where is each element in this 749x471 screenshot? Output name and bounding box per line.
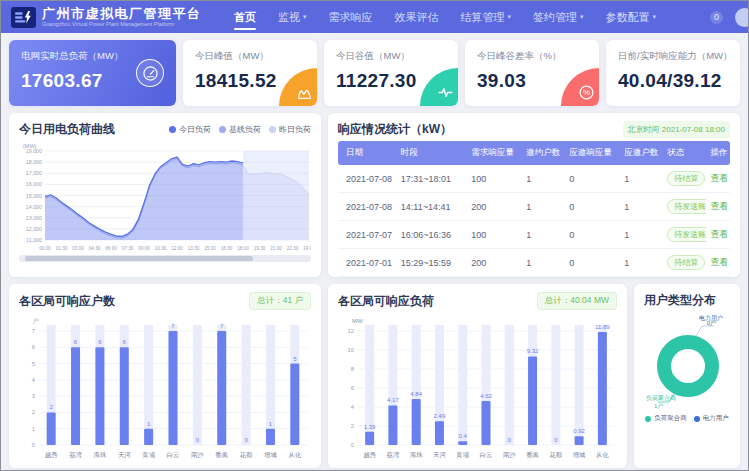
response-table-panel: 响应情况统计（kW） 北京时间 2021-07-08 18:00 日期时段需求响… — [328, 113, 740, 277]
legend-dot — [169, 126, 176, 133]
svg-text:14,000: 14,000 — [26, 204, 42, 210]
cell-status: 待发送账单 — [663, 221, 706, 249]
nav-item-参数配置[interactable]: 参数配置▾ — [595, 1, 668, 33]
svg-text:06:00: 06:00 — [105, 246, 117, 251]
svg-text:4.62: 4.62 — [480, 393, 492, 399]
svg-text:3: 3 — [32, 393, 35, 399]
svg-text:19:30: 19:30 — [254, 246, 266, 251]
svg-text:04:30: 04:30 — [89, 246, 101, 251]
column-header: 邀约户数 — [522, 141, 565, 165]
column-header: 需求响应量 — [467, 141, 522, 165]
scrollbar-thumb[interactable] — [25, 256, 253, 261]
svg-text:5: 5 — [32, 361, 35, 367]
cell-invited: 1 — [522, 193, 565, 221]
district-users-title: 各区局可响应户数 — [19, 293, 115, 310]
user-type-panel: 用户类型分布 电力用户0户负荷聚合商1户 负荷聚合商电力用户 — [634, 284, 740, 468]
legend-label: 负荷聚合商 — [654, 414, 687, 423]
svg-text:番禺: 番禺 — [526, 451, 539, 459]
app-title: 广州市虚拟电厂管理平台 — [42, 7, 202, 22]
nav-item-监视[interactable]: 监视▾ — [267, 1, 318, 33]
svg-text:0.92: 0.92 — [573, 428, 585, 434]
legend-item-电力用户[interactable]: 电力用户 — [694, 414, 729, 423]
response-table: 日期时段需求响应量邀约户数应邀响应量应邀户数状态操作2021-07-0817:3… — [338, 141, 730, 277]
view-link[interactable]: 查看 — [710, 257, 728, 267]
table-row: 2021-07-0814:11~14:41200101待发送账单查看 — [338, 193, 730, 221]
svg-text:1户: 1户 — [654, 402, 663, 409]
bottom-row: 各区局可响应户数 总计：41 户 户012345672越秀6荔湾6海珠6天河1黄… — [9, 284, 740, 468]
cell-invited: 1 — [522, 221, 565, 249]
kpi-label: 今日峰谷差率（%） — [477, 50, 587, 63]
cell-resp_amount: 0 — [565, 249, 620, 277]
avatar[interactable] — [735, 8, 748, 27]
load-curve-title: 今日用电负荷曲线 — [19, 121, 115, 138]
svg-text:00:00: 00:00 — [39, 246, 51, 251]
svg-text:6: 6 — [32, 344, 35, 350]
kpi-card-4: 日前/实时响应能力（MW）40.04/39.12 — [606, 40, 740, 106]
cell-date: 2021-07-01 — [338, 249, 397, 277]
column-header: 应邀户数 — [620, 141, 663, 165]
svg-text:天河: 天河 — [433, 451, 446, 459]
chart-scrollbar[interactable] — [19, 255, 311, 262]
svg-text:11.89: 11.89 — [595, 324, 610, 330]
nav-item-label: 需求响应 — [329, 10, 373, 25]
legend-label: 昨日负荷 — [279, 124, 311, 135]
cell-resp_users: 1 — [620, 193, 663, 221]
nav-item-label: 效果评估 — [395, 10, 439, 25]
view-link[interactable]: 查看 — [710, 229, 728, 239]
legend-label: 基线负荷 — [229, 124, 261, 135]
svg-text:户: 户 — [33, 317, 39, 324]
cell-date: 2021-07-07 — [338, 221, 397, 249]
beijing-time-badge: 北京时间 2021-07-08 18:00 — [623, 121, 730, 138]
legend-dot — [219, 126, 226, 133]
svg-text:10: 10 — [348, 347, 354, 353]
svg-text:从化: 从化 — [288, 451, 301, 459]
legend-item-昨日负荷[interactable]: 昨日负荷 — [269, 124, 311, 135]
cell-invited: 1 — [522, 165, 565, 193]
cell-resp_users: 1 — [620, 249, 663, 277]
svg-text:花都: 花都 — [239, 451, 253, 459]
cell-resp_users: 1 — [620, 221, 663, 249]
svg-text:9.32: 9.32 — [527, 348, 539, 354]
legend-label: 电力用户 — [703, 414, 729, 423]
nav-item-结算管理[interactable]: 结算管理▾ — [450, 1, 523, 33]
district-load-title: 各区局可响应负荷 — [338, 293, 434, 310]
svg-text:21:00: 21:00 — [270, 246, 282, 251]
legend-item-今日负荷[interactable]: 今日负荷 — [169, 124, 211, 135]
nav-item-效果评估[interactable]: 效果评估 — [384, 1, 450, 33]
cell-action: 查看 — [706, 193, 730, 221]
svg-text:0户: 0户 — [707, 319, 716, 326]
nav-item-签约管理[interactable]: 签约管理▾ — [522, 1, 595, 33]
chevron-down-icon: ▾ — [508, 13, 512, 21]
svg-text:11,000: 11,000 — [26, 237, 42, 243]
svg-text:从化: 从化 — [596, 451, 609, 459]
user-type-chart: 电力用户0户负荷聚合商1户 — [644, 312, 730, 412]
load-curve-chart: (MW)11,00012,00013,00014,00015,00016,000… — [19, 141, 311, 253]
view-link[interactable]: 查看 — [710, 201, 728, 211]
user-type-title: 用户类型分布 — [644, 292, 716, 309]
brand: 广州市虚拟电厂管理平台 Guangzhou Virtual Power Plan… — [11, 7, 223, 28]
cell-status: 待发送账单 — [663, 193, 706, 221]
cell-demand: 200 — [467, 193, 522, 221]
nav-item-label: 首页 — [234, 10, 256, 25]
svg-text:海珠: 海珠 — [94, 451, 107, 459]
kpi-row: 电网实时总负荷（MW）17603.67今日峰值（MW）18415.52今日谷值（… — [9, 40, 740, 106]
notification-badge[interactable]: 0 — [710, 11, 723, 24]
kpi-card-1: 今日峰值（MW）18415.52 — [183, 40, 317, 106]
kpi-value: 40.04/39.12 — [618, 70, 728, 92]
nav-item-需求响应[interactable]: 需求响应 — [318, 1, 384, 33]
legend-item-基线负荷[interactable]: 基线负荷 — [219, 124, 261, 135]
brand-text: 广州市虚拟电厂管理平台 Guangzhou Virtual Power Plan… — [42, 7, 202, 28]
view-link[interactable]: 查看 — [710, 173, 728, 183]
district-users-chart: 户012345672越秀6荔湾6海珠6天河1黄埔7白云0南沙7番禺0花都1增城5… — [19, 313, 311, 461]
svg-text:番禺: 番禺 — [215, 451, 228, 459]
chevron-down-icon: ▾ — [303, 13, 307, 21]
chevron-down-icon: ▾ — [653, 13, 657, 21]
svg-text:4: 4 — [32, 377, 36, 383]
legend-item-负荷聚合商[interactable]: 负荷聚合商 — [645, 414, 687, 423]
svg-text:16,000: 16,000 — [26, 181, 42, 187]
column-header: 日期 — [338, 141, 397, 165]
svg-text:花都: 花都 — [548, 451, 562, 459]
column-header: 操作 — [706, 141, 730, 165]
nav-item-首页[interactable]: 首页 — [223, 1, 267, 33]
svg-text:越秀: 越秀 — [363, 451, 376, 459]
